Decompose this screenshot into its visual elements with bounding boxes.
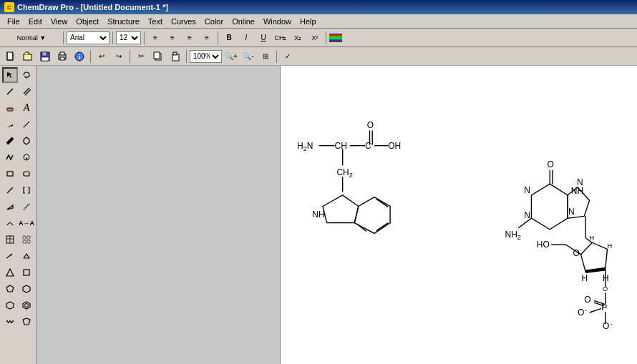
benzene-tool[interactable]: [19, 297, 34, 313]
menu-object[interactable]: Object: [72, 16, 103, 27]
chain-tool[interactable]: [2, 149, 18, 165]
bond-double-tool[interactable]: [19, 84, 34, 99]
bold-bond-tool[interactable]: [2, 133, 18, 149]
align-center-btn[interactable]: ≡: [165, 31, 180, 45]
color-btn[interactable]: [329, 34, 342, 42]
dash-bond-tool[interactable]: [19, 117, 34, 132]
down-bond-tool[interactable]: [19, 199, 34, 215]
rounded-rect-tool[interactable]: [19, 166, 34, 182]
zoom-in-btn[interactable]: 🔍+: [223, 49, 239, 64]
up-bond-tool[interactable]: [2, 199, 18, 215]
guanine-nh2: NH2: [505, 230, 521, 241]
align-left-btn[interactable]: ≡: [147, 31, 163, 45]
menu-color[interactable]: Color: [200, 16, 228, 27]
more-tool[interactable]: [19, 314, 34, 330]
lasso-select-tool[interactable]: [19, 67, 34, 83]
arrow-tool[interactable]: [2, 248, 18, 264]
svg-line-21: [24, 122, 29, 127]
italic-btn[interactable]: I: [238, 31, 254, 45]
bold-btn[interactable]: B: [221, 31, 237, 45]
underline-btn[interactable]: U: [256, 31, 271, 45]
check-btn[interactable]: ✓: [280, 49, 296, 64]
zoom-fit-btn[interactable]: ⊞: [258, 49, 273, 64]
resize-tool[interactable]: A↔A: [19, 215, 34, 231]
eraser-tool[interactable]: [2, 100, 18, 116]
svg-rect-41: [24, 270, 29, 275]
font-select[interactable]: Arial: [67, 31, 110, 44]
table-tool[interactable]: [2, 232, 18, 247]
svg-line-16: [24, 88, 29, 94]
redo-btn[interactable]: ↪: [111, 49, 127, 64]
open-btn[interactable]: [20, 49, 36, 64]
zoom-out-btn[interactable]: 🔍-: [240, 49, 256, 64]
shapes-tool[interactable]: [19, 248, 34, 264]
title-bar: C ChemDraw Pro - [Untitled Document-1 *]: [0, 0, 637, 14]
svg-rect-18: [7, 108, 13, 111]
line-tool[interactable]: [2, 182, 18, 198]
superscript-btn[interactable]: X²: [307, 31, 323, 45]
left-toolbar: A ●: [0, 66, 37, 364]
svg-rect-6: [60, 52, 64, 55]
rectangle-tool[interactable]: [2, 166, 18, 182]
zoom-select[interactable]: 100% 50% 200%: [190, 50, 222, 63]
svg-marker-40: [6, 269, 14, 276]
arc-tool[interactable]: [2, 215, 18, 231]
menu-view[interactable]: View: [47, 16, 72, 27]
svg-rect-11: [154, 52, 160, 59]
ch2-label: CH2: [336, 167, 352, 179]
subscript2-btn[interactable]: CH₂: [273, 31, 288, 45]
n1-label: N: [524, 185, 530, 195]
menu-edit[interactable]: Edit: [24, 16, 47, 27]
subscript-btn[interactable]: X₂: [290, 31, 306, 45]
align-right-btn[interactable]: ≡: [182, 31, 198, 45]
n7-label: N: [577, 177, 583, 187]
select-arrow-tool[interactable]: [2, 67, 18, 83]
separator: [218, 31, 218, 44]
new-btn[interactable]: [3, 49, 19, 64]
standard-toolbar: i ↩ ↪ ✂ 100% 50% 200% 🔍+ 🔍- ⊞ ✓: [0, 47, 637, 66]
atom-map-tool[interactable]: ●: [19, 149, 34, 165]
tool-row: [2, 314, 34, 330]
cyclohexane-tool[interactable]: [2, 297, 18, 313]
cut-btn[interactable]: ✂: [133, 49, 149, 64]
undo-btn[interactable]: ↩: [94, 49, 110, 64]
print-btn[interactable]: [54, 49, 70, 64]
c-label: C: [365, 141, 371, 151]
menu-curves[interactable]: Curves: [167, 16, 200, 27]
style-dropdown-btn[interactable]: Normal ▼: [3, 31, 60, 45]
menu-window[interactable]: Window: [259, 16, 296, 27]
o3-label: O: [603, 285, 608, 292]
main-area: A ●: [0, 66, 637, 364]
tool-row: [2, 232, 34, 247]
justify-btn[interactable]: ≡: [199, 31, 215, 45]
text-tool[interactable]: A: [19, 100, 34, 116]
info-btn[interactable]: i: [72, 49, 87, 64]
menu-file[interactable]: File: [3, 16, 24, 27]
hexagon-tool[interactable]: [19, 281, 34, 297]
tool-row: [2, 281, 34, 297]
paste-btn[interactable]: [167, 49, 183, 64]
wave-tool[interactable]: [2, 314, 18, 330]
size-select[interactable]: 12: [116, 31, 141, 44]
tool-row: ●: [2, 149, 34, 165]
bond-single-tool[interactable]: [2, 84, 18, 99]
copy-btn[interactable]: [150, 49, 166, 64]
pentagon-tool[interactable]: [2, 281, 18, 297]
menu-text[interactable]: Text: [144, 16, 167, 27]
svg-text:●: ●: [25, 156, 27, 160]
ch-label: CH: [335, 141, 347, 151]
menu-online[interactable]: Online: [228, 16, 259, 27]
menu-help[interactable]: Help: [296, 16, 321, 27]
tool-row: [2, 166, 34, 182]
wedge-bond-tool[interactable]: [2, 117, 18, 132]
bracket-tool[interactable]: [19, 182, 34, 198]
grid-tool[interactable]: [19, 232, 34, 247]
ring-tool[interactable]: [19, 133, 34, 149]
drawing-canvas[interactable]: H2N CH C O OH CH2: [281, 66, 637, 364]
svg-rect-7: [60, 57, 64, 60]
svg-point-46: [25, 304, 29, 308]
menu-structure[interactable]: Structure: [103, 16, 144, 27]
square-tool[interactable]: [19, 265, 34, 280]
save-btn[interactable]: [37, 49, 53, 64]
triangle-tool[interactable]: [2, 265, 18, 280]
